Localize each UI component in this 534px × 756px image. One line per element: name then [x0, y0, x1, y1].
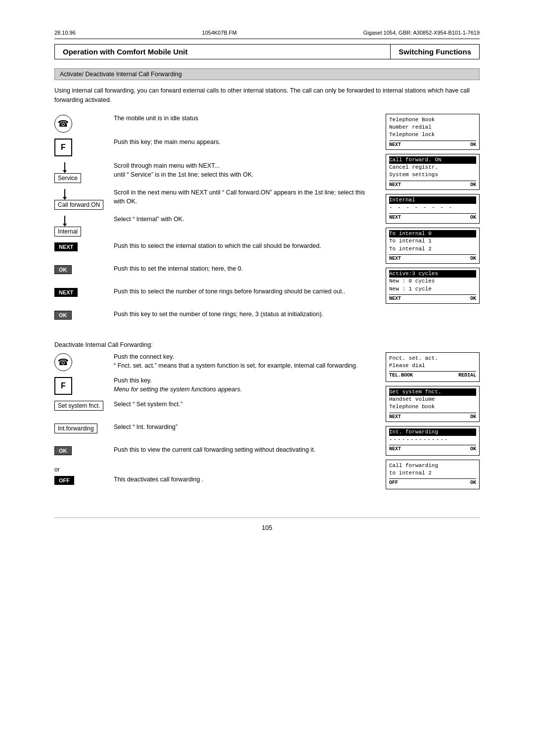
internal-symbol: Internal	[54, 215, 114, 236]
left-column: ☎ The mobile unit is in idle status F Pu…	[54, 114, 381, 332]
instr-row-2: F Push this key; the main menu appears.	[54, 138, 376, 156]
instr-row-ok2: OK Push this key to set the number of to…	[54, 310, 376, 328]
dp1-line1: Telephone Book	[389, 116, 476, 124]
deact-f-icon: F	[54, 377, 72, 395]
display-panel-3: Internal - - - - - - - - NEXT OK	[386, 194, 480, 224]
display-panel-2: Call forward. ON Cancel registr. System …	[386, 154, 480, 190]
f-button-icon-1: F	[54, 139, 72, 156]
dd4-line2: to internal 2	[389, 470, 476, 477]
dd3-btn-ok: OK	[470, 446, 476, 452]
callforward-symbol: Call forward.ON	[54, 188, 114, 210]
dd3-line2: --------------	[389, 436, 476, 443]
instr-row-internal: Internal Select “ Internal” with OK.	[54, 215, 376, 236]
service-box: Service	[54, 173, 81, 183]
ok-button-1: OK	[54, 265, 72, 274]
dd2-btn-next: NEXT	[389, 414, 401, 420]
dp4-btn-ok: OK	[470, 256, 476, 261]
meta-line: 28.10.96 1054K07B.FM Gigaset 1054, GBR: …	[54, 30, 480, 39]
dd2-line2: Handset volume	[389, 396, 476, 403]
ok-symbol-1: OK	[54, 264, 114, 274]
dp5-line3: New : 1 cycle	[389, 285, 476, 293]
dp2-btn-next: NEXT	[389, 182, 401, 188]
title-bar: Operation with Comfort Mobile Unit Switc…	[54, 44, 480, 59]
instr-text-2: Push this key; the main menu appears.	[114, 138, 376, 147]
deact-text-handset: Push the connect key. “ Fnct. set. act.”…	[114, 352, 376, 371]
dd3-line1: Int. forwarding	[389, 428, 476, 436]
deact-text-intfwd: Select “ Int. forwarding”	[114, 423, 376, 432]
right-column: Telephone Book Number redial Telephone l…	[381, 114, 480, 332]
deact-ok-symbol: OK	[54, 445, 114, 455]
deact-row-f: F Push this key. Menu for setting the sy…	[54, 376, 376, 395]
instr-text-1: The mobile unit is in idle status	[114, 114, 376, 123]
meta-date: 28.10.96	[54, 30, 76, 36]
callforward-box: Call forward.ON	[54, 200, 103, 210]
instr-row-callforward: Call forward.ON Scroll in the next menu …	[54, 188, 376, 210]
deact-row-intfwd: Int.forwarding Select “ Int. forwarding”	[54, 423, 376, 440]
deact-setsys-symbol: Set system fnct.	[54, 400, 114, 411]
section-header: Activate/ Deactivate Internal Call Forwa…	[54, 68, 480, 80]
dp4-btn-next: NEXT	[389, 256, 401, 261]
content-area: ☎ The mobile unit is in idle status F Pu…	[54, 114, 480, 332]
dd1-line2: Please dial	[389, 362, 476, 370]
deactivate-right: Fnct. set. act. Please dial TEL.BOOK RED…	[381, 352, 480, 498]
dp2-btn-ok: OK	[470, 182, 476, 188]
deact-row-handset: ☎ Push the connect key. “ Fnct. set. act…	[54, 352, 376, 371]
meta-product: Gigaset 1054, GBR: A30852-X954-B101-1-76…	[363, 30, 480, 36]
title-right: Switching Functions	[391, 45, 479, 59]
deact-display-1: Fnct. set. act. Please dial TEL.BOOK RED…	[386, 352, 480, 382]
dp1-btn-next: NEXT	[389, 142, 401, 147]
dd4-btn-off: OFF	[389, 480, 398, 485]
service-symbol: Service	[54, 161, 114, 183]
instr-row-next1: NEXT Push this to select the internal st…	[54, 241, 376, 259]
instr-text-ok1: Push this to set the internal station; h…	[114, 264, 376, 274]
next-button-2: NEXT	[54, 288, 78, 297]
dp5-btn-ok: OK	[470, 296, 476, 301]
page: 28.10.96 1054K07B.FM Gigaset 1054, GBR: …	[54, 0, 480, 571]
instr-text-ok2: Push this key to set the number of tone …	[114, 310, 376, 319]
dd4-line1: Call forwarding	[389, 462, 476, 470]
dd1-btn-redial: REDIAL	[458, 373, 476, 378]
deactivate-content: ☎ Push the connect key. “ Fnct. set. act…	[54, 352, 480, 498]
display-panel-5: Active:3 cycles New : 0 cycles New : 1 c…	[386, 268, 480, 304]
deact-f-symbol: F	[54, 376, 114, 395]
deact-ok-button: OK	[54, 446, 72, 455]
dd2-btn-ok: OK	[470, 414, 476, 420]
deact-text-ok: Push this to view the current call forwa…	[114, 445, 376, 455]
deact-display-3: Int. forwarding -------------- NEXT OK	[386, 426, 480, 456]
dp1-line3: Telephone lock	[389, 131, 476, 139]
ok-button-2: OK	[54, 311, 72, 320]
instr-text-next1: Push this to select the internal station…	[114, 241, 376, 251]
deact-intfwd-symbol: Int.forwarding	[54, 423, 114, 433]
deact-row-setsys: Set system fnct. Select “ Set system fnc…	[54, 400, 376, 418]
or-label: or	[54, 466, 376, 473]
instr-text-internal: Select “ Internal” with OK.	[114, 215, 376, 224]
meta-filename: 1054K07B.FM	[202, 30, 237, 36]
dp4-line1: To internal 0	[389, 230, 476, 237]
next-symbol-2: NEXT	[54, 287, 114, 297]
handset-symbol: ☎	[54, 114, 114, 133]
deactivate-title: Deactivate Internal Call Forwarding:	[54, 341, 480, 348]
deact-handset-icon: ☎	[54, 353, 72, 371]
setsys-box: Set system fnct.	[54, 401, 103, 411]
intfwd-box: Int.forwarding	[54, 424, 97, 433]
dd1-line1: Fnct. set. act.	[389, 355, 476, 362]
instr-row-next2: NEXT Push this to select the number of t…	[54, 287, 376, 305]
dp5-btn-next: NEXT	[389, 296, 401, 301]
f-button-symbol-1: F	[54, 138, 114, 156]
dp1-btn-ok: OK	[470, 142, 476, 147]
dp1-line2: Number redial	[389, 124, 476, 131]
dd3-btn-next: NEXT	[389, 446, 401, 452]
ok-symbol-2: OK	[54, 310, 114, 320]
dp3-btn-ok: OK	[470, 215, 476, 220]
next-button-1: NEXT	[54, 242, 78, 251]
instr-row-ok1: OK Push this to set the internal station…	[54, 264, 376, 282]
page-number: 105	[54, 518, 480, 531]
deact-handset-symbol: ☎	[54, 352, 114, 371]
deact-off-button: OFF	[54, 476, 74, 485]
internal-box: Internal	[54, 227, 81, 236]
instr-text-service: Scroll through main menu with NEXT...unt…	[114, 161, 376, 180]
dp4-line2: To internal 1	[389, 237, 476, 245]
dp3-btn-next: NEXT	[389, 215, 401, 220]
deact-off-symbol: OFF	[54, 475, 114, 485]
deact-text-off: This deactivates call forwarding .	[114, 475, 376, 484]
